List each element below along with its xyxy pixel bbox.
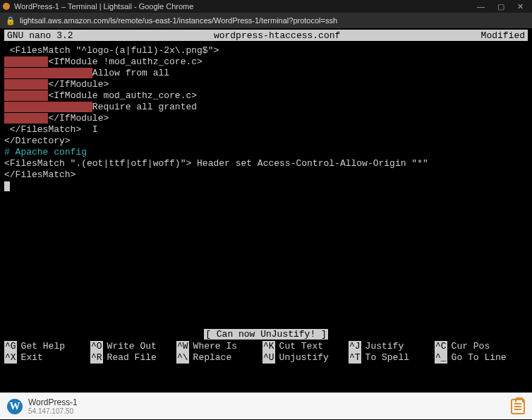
editor-line: </IfModule> [4, 113, 528, 124]
lock-icon: 🔒 [6, 16, 16, 25]
nano-message: [ Can now UnJustify! ] [204, 329, 328, 340]
editor-line: </IfModule> [4, 79, 528, 90]
shortcut-key: ^U [262, 352, 275, 364]
address-bar[interactable]: 🔒 lightsail.aws.amazon.com/ls/remote/us-… [0, 13, 532, 28]
editor-line: </Directory> [4, 136, 528, 147]
shortcut-item: ^JJustify [349, 341, 435, 352]
editor-line: # Apache config [4, 147, 528, 158]
editor-line: <IfModule !mod_authz_core.c> [4, 56, 528, 68]
shortcut-label: Write Out [107, 341, 157, 352]
shortcut-key: ^G [4, 341, 17, 352]
shortcut-item: ^\Replace [176, 352, 262, 364]
shortcut-label: Cut Text [279, 341, 323, 352]
nano-status: Modified [481, 30, 525, 41]
nano-version: GNU nano 3.2 [7, 30, 73, 41]
shortcut-key: ^J [349, 341, 361, 352]
wordpress-icon: W [7, 399, 23, 414]
shortcut-key: ^X [4, 352, 17, 364]
instance-ip: 54.147.107.50 [28, 407, 78, 415]
shortcut-key: ^C [435, 341, 447, 352]
shortcut-key: ^R [90, 352, 103, 364]
minimize-icon[interactable]: — [477, 2, 485, 11]
shortcut-item: ^RRead File [90, 352, 176, 364]
shortcut-label: Go To Line [452, 352, 507, 364]
shortcut-item: ^KCut Text [262, 341, 349, 352]
shortcut-label: Exit [21, 352, 43, 364]
shortcut-label: Unjustify [279, 352, 329, 364]
shortcut-label: Cur Pos [452, 341, 490, 352]
editor-line: </FilesMatch> [4, 169, 528, 181]
instance-name: WordPress-1 [28, 397, 78, 407]
clipboard-icon[interactable] [511, 399, 525, 414]
shortcut-key: ^O [90, 341, 103, 352]
shortcut-key: ^\ [176, 352, 189, 364]
window-title: WordPress-1 – Terminal | Lightsail - Goo… [14, 2, 193, 11]
shortcut-label: Where Is [193, 341, 237, 352]
block-cursor-icon [4, 181, 10, 191]
shortcut-label: Read File [107, 352, 157, 364]
window-controls: — ▢ ✕ [477, 2, 529, 11]
close-icon[interactable]: ✕ [517, 2, 524, 11]
url-text: lightsail.aws.amazon.com/ls/remote/us-ea… [20, 16, 337, 25]
nano-shortcuts: ^GGet Help^OWrite Out^WWhere Is^KCut Tex… [4, 341, 528, 364]
shortcut-item: ^OWrite Out [90, 341, 176, 352]
shortcut-item: ^_Go To Line [435, 352, 521, 364]
editor-line: Require all granted [4, 102, 528, 113]
shortcut-item: ^TTo Spell [349, 352, 435, 364]
shortcut-key: ^_ [435, 352, 447, 364]
shortcut-item: ^XExit [4, 352, 90, 364]
editor-line: <FilesMatch "^logo-(a|full)-2x\.png$"> [4, 45, 528, 56]
shortcut-key: ^T [349, 352, 361, 364]
nano-message-row: [ Can now UnJustify! ] [4, 329, 528, 340]
shortcut-label: Get Help [21, 341, 65, 352]
text-cursor-icon: I [81, 124, 97, 135]
shortcut-key: ^K [262, 341, 275, 352]
shortcut-row: ^XExit^RRead File^\Replace^UUnjustify^TT… [4, 352, 528, 364]
nano-filename: wordpress-htaccess.conf [73, 30, 481, 41]
shortcut-item: ^GGet Help [4, 341, 90, 352]
editor-line: </FilesMatch> I [4, 124, 528, 136]
editor-line: <FilesMatch ".(eot|ttf|otf|woff)"> Heade… [4, 158, 528, 169]
shortcut-item: ^UUnjustify [262, 352, 349, 364]
shortcut-key: ^W [176, 341, 189, 352]
editor-content[interactable]: <FilesMatch "^logo-(a|full)-2x\.png$"> <… [4, 45, 528, 192]
window-titlebar: WordPress-1 – Terminal | Lightsail - Goo… [0, 0, 532, 13]
shortcut-label: To Spell [365, 352, 409, 364]
nano-header: GNU nano 3.2 wordpress-htaccess.conf Mod… [4, 30, 528, 41]
shortcut-label: Replace [193, 352, 232, 364]
editor-line: <IfModule mod_authz_core.c> [4, 90, 528, 102]
shortcut-label: Justify [365, 341, 404, 352]
shortcut-row: ^GGet Help^OWrite Out^WWhere Is^KCut Tex… [4, 341, 528, 352]
lightsail-bottombar: W WordPress-1 54.147.107.50 [0, 392, 532, 419]
instance-info: WordPress-1 54.147.107.50 [28, 397, 78, 415]
shortcut-item: ^WWhere Is [176, 341, 262, 352]
maximize-icon[interactable]: ▢ [497, 2, 504, 11]
editor-line: Allow from all [4, 68, 528, 79]
terminal[interactable]: GNU nano 3.2 wordpress-htaccess.conf Mod… [0, 28, 532, 392]
favicon-icon [3, 3, 10, 10]
shortcut-item: ^CCur Pos [435, 341, 521, 352]
